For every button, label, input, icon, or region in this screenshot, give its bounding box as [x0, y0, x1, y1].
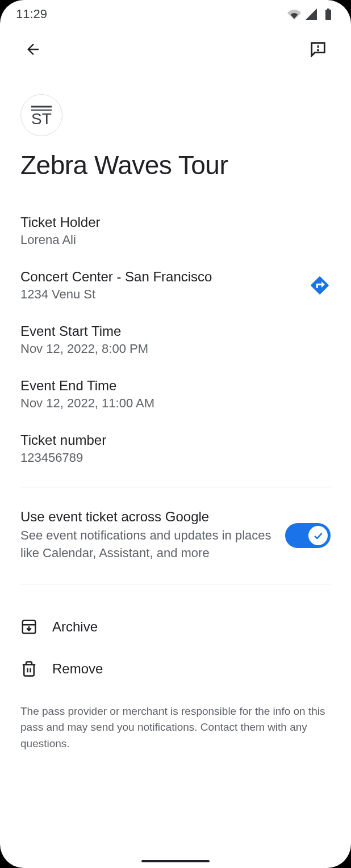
wifi-icon	[287, 7, 301, 21]
back-button[interactable]	[20, 37, 45, 62]
status-icons	[287, 7, 335, 21]
ticket-number-value: 123456789	[20, 450, 331, 465]
ticket-number-section: Ticket number 123456789	[20, 432, 331, 465]
nav-indicator	[141, 860, 210, 862]
start-time-section: Event Start Time Nov 12, 2022, 8:00 PM	[20, 323, 331, 356]
feedback-button[interactable]	[306, 37, 331, 62]
cross-google-toggle[interactable]	[285, 523, 331, 548]
content-area: ST Zebra Waves Tour Ticket Holder Lorena…	[0, 94, 351, 752]
svg-text:ST: ST	[31, 110, 52, 125]
directions-icon	[309, 275, 331, 296]
end-time-value: Nov 12, 2022, 11:00 AM	[20, 396, 331, 411]
end-time-section: Event End Time Nov 12, 2022, 11:00 AM	[20, 378, 331, 411]
arrow-back-icon	[24, 41, 41, 58]
screen: 11:29	[0, 0, 351, 868]
start-time-label: Event Start Time	[20, 323, 331, 339]
battery-icon	[321, 7, 335, 21]
directions-button[interactable]	[309, 275, 331, 296]
toggle-description: See event notifications and updates in p…	[20, 527, 274, 562]
ticket-number-label: Ticket number	[20, 432, 331, 448]
status-bar: 11:29	[0, 0, 351, 28]
start-time-value: Nov 12, 2022, 8:00 PM	[20, 342, 331, 356]
toggle-thumb	[308, 526, 328, 545]
svg-point-1	[317, 50, 318, 50]
app-bar	[0, 28, 351, 70]
venue-value: 1234 Venu St	[20, 287, 212, 302]
provider-logo: ST	[20, 94, 62, 136]
archive-button[interactable]: Archive	[20, 606, 331, 648]
toggle-label: Use event ticket across Google	[20, 509, 274, 525]
page-title: Zebra Waves Tour	[20, 150, 331, 180]
footer-disclaimer: The pass provider or merchant is respons…	[20, 703, 331, 752]
archive-icon	[20, 618, 37, 635]
divider	[20, 584, 331, 584]
ticket-holder-value: Lorena Ali	[20, 233, 331, 247]
status-time: 11:29	[16, 7, 47, 22]
archive-label: Archive	[52, 619, 98, 635]
ticket-holder-section: Ticket Holder Lorena Ali	[20, 214, 331, 247]
remove-label: Remove	[52, 661, 103, 677]
trash-icon	[20, 660, 37, 677]
end-time-label: Event End Time	[20, 378, 331, 394]
check-icon	[312, 530, 324, 541]
feedback-icon	[308, 40, 328, 59]
remove-button[interactable]: Remove	[20, 648, 331, 690]
cross-google-toggle-section: Use event ticket across Google See event…	[20, 509, 331, 562]
divider	[20, 487, 331, 487]
signal-icon	[304, 7, 318, 21]
venue-label: Concert Center - San Francisco	[20, 269, 212, 285]
ticket-holder-label: Ticket Holder	[20, 214, 331, 230]
venue-section: Concert Center - San Francisco 1234 Venu…	[20, 269, 331, 302]
